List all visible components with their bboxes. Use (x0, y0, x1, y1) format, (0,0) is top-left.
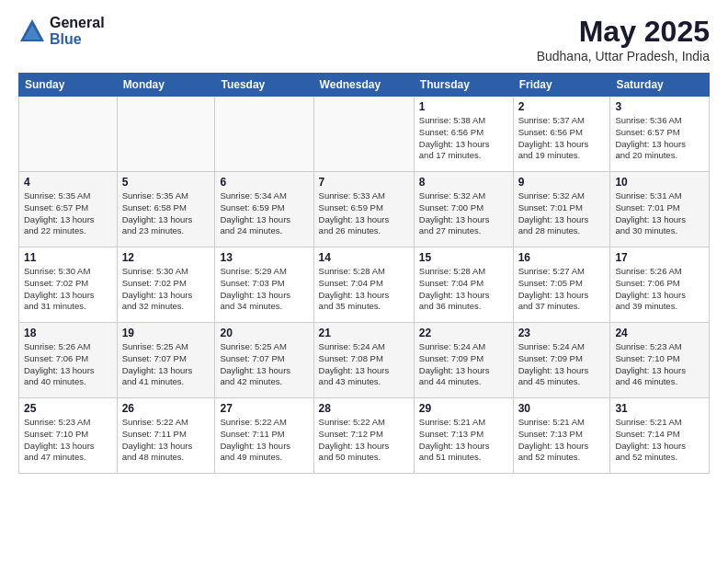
calendar-cell: 12Sunrise: 5:30 AM Sunset: 7:02 PM Dayli… (117, 247, 215, 323)
day-number: 14 (319, 251, 409, 264)
calendar-cell: 18Sunrise: 5:26 AM Sunset: 7:06 PM Dayli… (19, 323, 118, 398)
day-info: Sunrise: 5:28 AM Sunset: 7:04 PM Dayligh… (319, 266, 409, 313)
calendar-cell: 19Sunrise: 5:25 AM Sunset: 7:07 PM Dayli… (117, 323, 215, 398)
day-info: Sunrise: 5:25 AM Sunset: 7:07 PM Dayligh… (122, 341, 210, 388)
day-info: Sunrise: 5:31 AM Sunset: 7:01 PM Dayligh… (615, 190, 704, 237)
day-info: Sunrise: 5:37 AM Sunset: 6:56 PM Dayligh… (518, 115, 606, 162)
day-info: Sunrise: 5:23 AM Sunset: 7:10 PM Dayligh… (615, 341, 704, 388)
calendar-cell: 3Sunrise: 5:36 AM Sunset: 6:57 PM Daylig… (610, 97, 710, 172)
calendar-cell: 26Sunrise: 5:22 AM Sunset: 7:11 PM Dayli… (117, 398, 215, 474)
calendar-cell: 29Sunrise: 5:21 AM Sunset: 7:13 PM Dayli… (414, 398, 513, 474)
day-number: 15 (419, 251, 508, 264)
day-number: 10 (615, 176, 704, 189)
calendar-body: 1Sunrise: 5:38 AM Sunset: 6:56 PM Daylig… (19, 97, 710, 474)
day-number: 18 (24, 327, 112, 339)
day-number: 7 (319, 176, 409, 189)
calendar-cell: 20Sunrise: 5:25 AM Sunset: 7:07 PM Dayli… (215, 323, 313, 398)
subtitle: Budhana, Uttar Pradesh, India (537, 49, 710, 63)
day-number: 22 (419, 327, 508, 339)
logo: General Blue (18, 15, 105, 47)
day-number: 21 (319, 327, 409, 339)
day-info: Sunrise: 5:22 AM Sunset: 7:11 PM Dayligh… (122, 417, 210, 464)
day-number: 27 (220, 402, 308, 415)
col-monday: Monday (117, 74, 215, 97)
day-number: 4 (24, 176, 112, 189)
calendar-cell: 16Sunrise: 5:27 AM Sunset: 7:05 PM Dayli… (513, 247, 610, 323)
calendar-cell: 30Sunrise: 5:21 AM Sunset: 7:13 PM Dayli… (513, 398, 610, 474)
calendar-table: Sunday Monday Tuesday Wednesday Thursday… (18, 73, 710, 474)
day-number: 5 (122, 176, 210, 189)
logo-icon (18, 17, 46, 45)
day-info: Sunrise: 5:21 AM Sunset: 7:14 PM Dayligh… (615, 417, 704, 464)
calendar-cell: 21Sunrise: 5:24 AM Sunset: 7:08 PM Dayli… (313, 323, 414, 398)
main-title: May 2025 (537, 15, 710, 49)
day-info: Sunrise: 5:22 AM Sunset: 7:11 PM Dayligh… (220, 417, 308, 464)
day-number: 31 (615, 402, 704, 415)
calendar-week-4: 25Sunrise: 5:23 AM Sunset: 7:10 PM Dayli… (19, 398, 710, 474)
day-info: Sunrise: 5:33 AM Sunset: 6:59 PM Dayligh… (319, 190, 409, 237)
day-number: 9 (518, 176, 606, 189)
day-info: Sunrise: 5:24 AM Sunset: 7:09 PM Dayligh… (419, 341, 508, 388)
calendar-cell: 23Sunrise: 5:24 AM Sunset: 7:09 PM Dayli… (513, 323, 610, 398)
day-info: Sunrise: 5:27 AM Sunset: 7:05 PM Dayligh… (518, 266, 606, 313)
day-info: Sunrise: 5:35 AM Sunset: 6:57 PM Dayligh… (24, 190, 112, 237)
day-info: Sunrise: 5:28 AM Sunset: 7:04 PM Dayligh… (419, 266, 508, 313)
calendar-header: Sunday Monday Tuesday Wednesday Thursday… (19, 74, 710, 97)
day-number: 30 (518, 402, 606, 415)
calendar-cell: 10Sunrise: 5:31 AM Sunset: 7:01 PM Dayli… (610, 172, 710, 247)
day-number: 28 (319, 402, 409, 415)
day-info: Sunrise: 5:32 AM Sunset: 7:01 PM Dayligh… (518, 190, 606, 237)
calendar-cell: 13Sunrise: 5:29 AM Sunset: 7:03 PM Dayli… (215, 247, 313, 323)
calendar-cell: 17Sunrise: 5:26 AM Sunset: 7:06 PM Dayli… (610, 247, 710, 323)
day-info: Sunrise: 5:24 AM Sunset: 7:09 PM Dayligh… (518, 341, 606, 388)
day-info: Sunrise: 5:21 AM Sunset: 7:13 PM Dayligh… (518, 417, 606, 464)
calendar-cell: 9Sunrise: 5:32 AM Sunset: 7:01 PM Daylig… (513, 172, 610, 247)
day-number: 3 (615, 100, 704, 113)
col-saturday: Saturday (610, 74, 710, 97)
col-wednesday: Wednesday (313, 74, 414, 97)
day-number: 8 (419, 176, 508, 189)
day-info: Sunrise: 5:23 AM Sunset: 7:10 PM Dayligh… (24, 417, 112, 464)
calendar-cell: 2Sunrise: 5:37 AM Sunset: 6:56 PM Daylig… (513, 97, 610, 172)
day-number: 26 (122, 402, 210, 415)
day-number: 6 (220, 176, 308, 189)
calendar-cell (19, 97, 118, 172)
day-info: Sunrise: 5:26 AM Sunset: 7:06 PM Dayligh… (24, 341, 112, 388)
calendar-cell: 4Sunrise: 5:35 AM Sunset: 6:57 PM Daylig… (19, 172, 118, 247)
col-tuesday: Tuesday (215, 74, 313, 97)
day-info: Sunrise: 5:32 AM Sunset: 7:00 PM Dayligh… (419, 190, 508, 237)
title-block: May 2025 Budhana, Uttar Pradesh, India (537, 15, 710, 63)
calendar-week-2: 11Sunrise: 5:30 AM Sunset: 7:02 PM Dayli… (19, 247, 710, 323)
day-info: Sunrise: 5:26 AM Sunset: 7:06 PM Dayligh… (615, 266, 704, 313)
calendar-cell: 6Sunrise: 5:34 AM Sunset: 6:59 PM Daylig… (215, 172, 313, 247)
day-number: 24 (615, 327, 704, 339)
day-number: 20 (220, 327, 308, 339)
col-friday: Friday (513, 74, 610, 97)
col-thursday: Thursday (414, 74, 513, 97)
logo-general: General (50, 15, 105, 31)
logo-blue: Blue (50, 31, 105, 48)
day-info: Sunrise: 5:22 AM Sunset: 7:12 PM Dayligh… (319, 417, 409, 464)
calendar-cell: 25Sunrise: 5:23 AM Sunset: 7:10 PM Dayli… (19, 398, 118, 474)
calendar-cell: 11Sunrise: 5:30 AM Sunset: 7:02 PM Dayli… (19, 247, 118, 323)
day-info: Sunrise: 5:24 AM Sunset: 7:08 PM Dayligh… (319, 341, 409, 388)
col-sunday: Sunday (19, 74, 118, 97)
day-number: 23 (518, 327, 606, 339)
day-info: Sunrise: 5:30 AM Sunset: 7:02 PM Dayligh… (122, 266, 210, 313)
calendar-cell: 28Sunrise: 5:22 AM Sunset: 7:12 PM Dayli… (313, 398, 414, 474)
day-number: 12 (122, 251, 210, 264)
calendar-cell: 14Sunrise: 5:28 AM Sunset: 7:04 PM Dayli… (313, 247, 414, 323)
day-info: Sunrise: 5:38 AM Sunset: 6:56 PM Dayligh… (419, 115, 508, 162)
header-row: Sunday Monday Tuesday Wednesday Thursday… (19, 74, 710, 97)
calendar-cell (215, 97, 313, 172)
day-number: 2 (518, 100, 606, 113)
day-info: Sunrise: 5:30 AM Sunset: 7:02 PM Dayligh… (24, 266, 112, 313)
day-number: 16 (518, 251, 606, 264)
calendar-cell: 24Sunrise: 5:23 AM Sunset: 7:10 PM Dayli… (610, 323, 710, 398)
calendar-cell: 31Sunrise: 5:21 AM Sunset: 7:14 PM Dayli… (610, 398, 710, 474)
calendar-cell (117, 97, 215, 172)
calendar-cell: 7Sunrise: 5:33 AM Sunset: 6:59 PM Daylig… (313, 172, 414, 247)
day-number: 13 (220, 251, 308, 264)
day-number: 11 (24, 251, 112, 264)
calendar-cell: 1Sunrise: 5:38 AM Sunset: 6:56 PM Daylig… (414, 97, 513, 172)
